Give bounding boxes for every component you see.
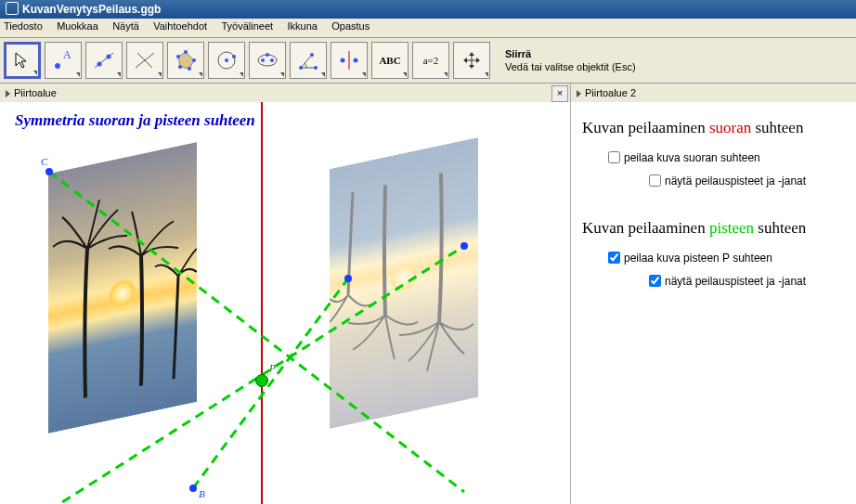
svg-point-14 [232,55,236,58]
point-icon: A [50,47,76,73]
toolbar: A ABC a=2 SiirräVedä tai valitse objekti… [0,38,856,84]
checkbox-line-mirror[interactable]: peilaa kuva suoran suhteen [604,147,856,164]
svg-line-29 [193,278,348,488]
svg-point-21 [310,53,314,57]
app-icon [6,2,19,15]
expand-icon[interactable] [6,90,10,97]
menu-tiedosto[interactable]: Tiedosto [4,20,43,32]
point-B[interactable] [189,485,197,492]
tool-circle[interactable] [208,42,245,79]
point-tr[interactable] [460,242,468,250]
pane2-header: Piirtoalue 2 [571,84,856,103]
graphics-pane-2: Piirtoalue 2 Kuvan peilaaminen suoran su… [571,84,856,504]
graphics-canvas-2[interactable]: Kuvan peilaaminen suoran suhteen peilaa … [571,102,856,504]
tool-slider[interactable]: a=2 [412,42,449,79]
tool-text[interactable]: ABC [371,42,409,79]
checkbox-point-show[interactable]: näytä peilauspisteet ja -janat [645,270,856,288]
tool-moveview[interactable] [453,42,490,79]
tool-point[interactable]: A [45,42,82,79]
label-P: P [269,362,276,373]
point-C[interactable] [45,168,53,175]
perpline-icon [132,47,158,73]
svg-point-18 [266,53,269,57]
graphics-pane-1: Piirtoalue× Symmetria suoran ja pisteen … [0,84,571,504]
tool-info-title: Siirrä [505,47,636,60]
tool-info: SiirräVedä tai valitse objektit (Esc) [505,47,636,73]
svg-text:A: A [63,48,71,61]
svg-point-19 [299,66,303,70]
image-mirrored[interactable] [330,137,478,429]
svg-line-2 [95,53,113,68]
menu-ikkuna[interactable]: Ikkuna [287,20,317,32]
checkbox-point-mirror[interactable]: peilaa kuva pisteen P suhteen [604,247,856,265]
image-original[interactable] [48,142,197,433]
menu-opastus[interactable]: Opastus [331,20,370,32]
label-B: B [199,488,205,499]
svg-point-16 [261,58,265,62]
cursor-icon [13,51,32,70]
svg-point-23 [341,58,345,63]
svg-point-13 [225,58,228,62]
palm-icon [48,142,197,433]
tool-ellipse[interactable] [249,42,286,79]
pane2-title: Piirtoalue 2 [585,87,636,98]
slider-icon: a=2 [423,55,439,66]
svg-point-0 [55,63,60,69]
svg-point-11 [176,55,180,58]
section-line-mirror: Kuvan peilaaminen suoran suhteen [582,119,845,137]
menu-vaihtoehdot[interactable]: Vaihtoehdot [153,20,207,32]
ellipse-icon [254,47,280,73]
window-title: KuvanVenytysPeilaus.ggb [22,3,161,16]
svg-point-20 [314,66,318,70]
reflect-icon [336,47,362,73]
circle-icon [214,47,240,73]
svg-point-24 [354,58,358,63]
tool-perp[interactable] [126,42,163,79]
svg-point-3 [97,62,102,67]
window-titlebar: KuvanVenytysPeilaus.ggb [0,0,856,19]
tool-polygon[interactable] [167,42,204,79]
polygon-icon [173,47,199,73]
label-C: C [41,156,47,167]
move-view-icon [461,50,482,71]
svg-point-4 [107,55,111,59]
tool-line[interactable] [85,42,123,79]
pane1-title: Piirtoalue [14,87,57,98]
tool-reflect[interactable] [331,42,368,79]
mirror-line[interactable] [261,102,263,504]
tool-angle[interactable] [290,42,327,79]
construction-title: Symmetria suoran ja pisteen suhteen [15,111,255,130]
point-P[interactable] [255,374,268,387]
menu-nayta[interactable]: Näytä [112,20,139,32]
tool-move[interactable] [4,42,41,79]
menu-tyovalineet[interactable]: Työvälineet [221,20,273,32]
tool-info-hint: Vedä tai valitse objektit (Esc) [505,61,636,72]
svg-point-17 [270,58,274,62]
palm-icon [330,137,478,429]
section-point-mirror: Kuvan peilaaminen pisteen suhteen [582,219,845,238]
expand-icon[interactable] [577,90,581,97]
point-tm[interactable] [344,275,352,282]
menu-bar: Tiedosto Muokkaa Näytä Vaihtoehdot Työvä… [0,19,856,38]
angle-icon [295,47,321,73]
svg-line-6 [137,53,152,68]
pane1-header: Piirtoalue× [0,84,570,103]
text-icon: ABC [379,55,400,66]
pane1-close-button[interactable]: × [551,85,568,102]
line-icon [91,47,117,73]
svg-point-7 [184,50,188,54]
svg-point-8 [192,58,196,62]
graphics-canvas-1[interactable]: Symmetria suoran ja pisteen suhteen [0,102,570,504]
svg-point-9 [188,67,191,71]
menu-muokkaa[interactable]: Muokkaa [57,20,98,32]
svg-point-10 [178,65,182,69]
checkbox-line-show[interactable]: näytä peilauspisteet ja -janat [645,170,856,187]
